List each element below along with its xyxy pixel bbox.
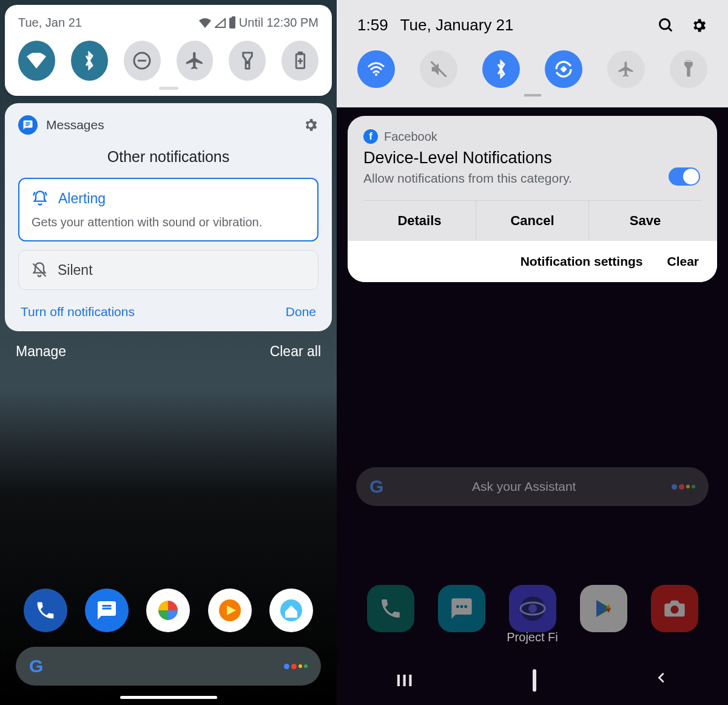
- qs-tiles: [357, 50, 707, 88]
- battery-icon: [229, 18, 235, 29]
- alerting-label: Alerting: [58, 191, 106, 207]
- status-bar: Tue, Jan 21 Until 12:30 PM: [18, 16, 318, 30]
- search-bar[interactable]: G: [16, 647, 321, 686]
- svg-rect-4: [298, 52, 302, 54]
- card-actions: Details Cancel Save: [363, 200, 701, 241]
- bell-off-icon: [31, 261, 48, 278]
- wifi-status-icon: [199, 18, 211, 28]
- notification-settings-link[interactable]: Notification settings: [521, 254, 643, 269]
- google-logo-icon: G: [29, 656, 43, 676]
- drag-handle[interactable]: [524, 94, 541, 96]
- card-footer: Notification settings Clear: [348, 241, 717, 282]
- status-right: Until 12:30 PM: [199, 16, 318, 30]
- google-logo-icon: G: [369, 476, 383, 497]
- recents-button[interactable]: III: [396, 671, 414, 690]
- tile-battery-saver[interactable]: [281, 41, 318, 81]
- assistant-icon: [284, 664, 308, 669]
- quick-settings-panel: 1:59 Tue, January 21: [337, 0, 728, 107]
- dock: [0, 589, 337, 632]
- status-time: 1:59: [357, 16, 388, 35]
- home-button[interactable]: [533, 671, 536, 690]
- app-phone[interactable]: [367, 585, 414, 632]
- nav-bar: III: [337, 671, 728, 690]
- app-home[interactable]: [269, 589, 313, 632]
- tile-flashlight[interactable]: [670, 50, 707, 88]
- notification-options-card: Messages Other notifications Alerting Ge…: [5, 103, 332, 331]
- card-app-row: f Facebook: [363, 129, 701, 144]
- done-button[interactable]: Done: [286, 305, 316, 319]
- tile-dnd[interactable]: [124, 41, 161, 81]
- quick-settings-panel: Tue, Jan 21 Until 12:30 PM: [5, 5, 332, 96]
- app-play-store[interactable]: [580, 585, 627, 632]
- qs-tiles: [18, 41, 318, 81]
- tile-sound[interactable]: [420, 50, 457, 88]
- card-title: Device-Level Notifications: [363, 149, 701, 167]
- option-silent[interactable]: Silent: [18, 250, 318, 290]
- tile-auto-rotate[interactable]: [545, 50, 582, 88]
- app-phone[interactable]: [24, 589, 67, 632]
- status-date: Tue, January 21: [400, 16, 514, 35]
- tile-bluetooth[interactable]: [482, 50, 520, 88]
- home-indicator[interactable]: [120, 696, 217, 699]
- tile-bluetooth[interactable]: [71, 41, 108, 81]
- svg-rect-1: [138, 60, 146, 62]
- svg-point-19: [670, 605, 678, 613]
- svg-line-9: [669, 27, 672, 31]
- other-notifications-heading: Other notifications: [18, 148, 318, 166]
- card-app-name: Facebook: [384, 130, 437, 144]
- app-photos[interactable]: [146, 589, 190, 632]
- bell-ring-icon: [32, 190, 49, 207]
- clear-all-button[interactable]: Clear all: [270, 343, 321, 360]
- svg-point-8: [660, 19, 670, 29]
- settings-gear-icon[interactable]: [690, 17, 707, 34]
- app-messages[interactable]: [438, 585, 485, 632]
- pixel-phone: Tue, Jan 21 Until 12:30 PM: [0, 0, 337, 705]
- save-button[interactable]: Save: [588, 201, 701, 241]
- tile-flashlight[interactable]: [229, 41, 266, 81]
- status-bar: 1:59 Tue, January 21: [357, 16, 707, 35]
- cancel-button[interactable]: Cancel: [476, 201, 588, 241]
- assistant-search-bar[interactable]: G Ask your Assistant: [356, 467, 709, 506]
- svg-point-2: [246, 61, 248, 63]
- search-icon[interactable]: [658, 17, 675, 34]
- status-date: Tue, Jan 21: [18, 16, 82, 30]
- messages-app-icon: [18, 115, 38, 135]
- shade-footer: Manage Clear all: [5, 331, 332, 372]
- svg-point-13: [456, 605, 459, 608]
- card-desc: Allow notifications from this category.: [363, 171, 701, 186]
- silent-label: Silent: [58, 262, 93, 278]
- samsung-phone: 1:59 Tue, January 21: [337, 0, 728, 705]
- dock: [337, 585, 728, 632]
- option-alerting[interactable]: Alerting Gets your attention with sound …: [18, 178, 318, 241]
- svg-point-18: [528, 604, 537, 613]
- svg-point-15: [464, 605, 467, 608]
- search-placeholder: Ask your Assistant: [472, 479, 576, 494]
- drag-handle[interactable]: [159, 87, 178, 90]
- turn-off-notifications-link[interactable]: Turn off notifications: [21, 305, 135, 319]
- toggle-switch[interactable]: [669, 167, 700, 186]
- tile-wifi[interactable]: [357, 50, 395, 88]
- status-until: Until 12:30 PM: [239, 16, 318, 30]
- clear-button[interactable]: Clear: [667, 254, 699, 269]
- svg-rect-12: [560, 66, 567, 72]
- tile-airplane[interactable]: [607, 50, 645, 88]
- assistant-icon: [672, 484, 695, 490]
- tile-airplane[interactable]: [177, 41, 214, 81]
- cell-signal-icon: [215, 18, 226, 28]
- alerting-desc: Gets your attention with sound or vibrat…: [32, 215, 305, 229]
- notification-app-name: Messages: [46, 118, 104, 132]
- app-camera[interactable]: [651, 585, 698, 632]
- svg-point-10: [375, 73, 377, 76]
- notification-card: f Facebook Device-Level Notifications Al…: [348, 116, 717, 282]
- manage-button[interactable]: Manage: [16, 343, 66, 360]
- gear-icon[interactable]: [303, 117, 318, 133]
- back-button[interactable]: [655, 671, 669, 690]
- details-button[interactable]: Details: [363, 201, 476, 241]
- tile-wifi[interactable]: [18, 41, 55, 81]
- facebook-icon: f: [363, 129, 378, 144]
- svg-point-14: [460, 605, 463, 608]
- app-play-music[interactable]: [208, 589, 252, 632]
- app-browser[interactable]: [509, 585, 556, 632]
- app-messages[interactable]: [85, 589, 129, 632]
- folder-label: Project Fi: [337, 630, 728, 644]
